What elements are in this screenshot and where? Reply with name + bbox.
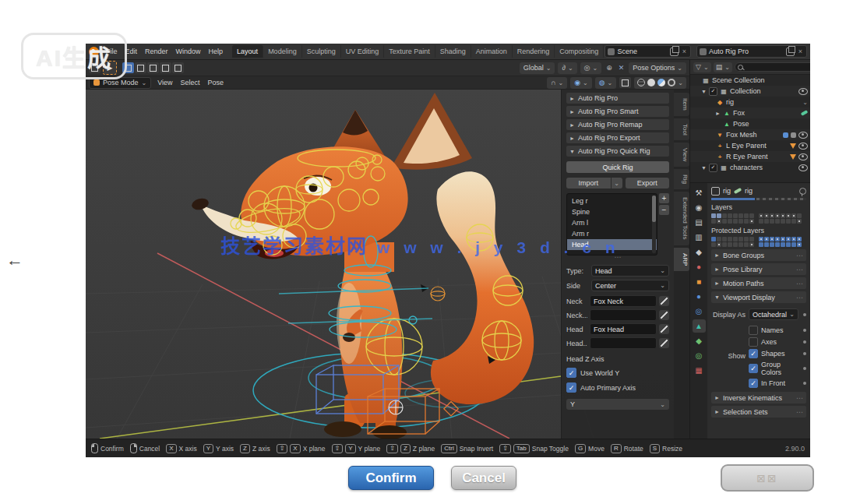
- row-icon-2[interactable]: [798, 153, 808, 160]
- checkbox-icon[interactable]: [566, 368, 576, 378]
- snap-dropdown[interactable]: ∂⌄: [558, 62, 576, 74]
- checkbox-icon[interactable]: [749, 364, 758, 373]
- checkbox-icon[interactable]: [566, 382, 576, 393]
- protected-grid-left[interactable]: [711, 237, 754, 247]
- gizmo-toggle-icon[interactable]: ⊕: [605, 64, 614, 72]
- outliner-row[interactable]: rig: [690, 97, 810, 107]
- magnet-snap-dropdown[interactable]: ∩⌄: [547, 77, 567, 89]
- eyedropper-icon[interactable]: [659, 338, 669, 348]
- pose-options-dropdown[interactable]: Pose Options ⌄: [629, 62, 686, 74]
- select-mode-extra[interactable]: [172, 62, 184, 73]
- properties-tab-icon[interactable]: ⚒: [693, 186, 706, 199]
- back-arrow[interactable]: ←: [6, 250, 23, 270]
- new-view-layer-icon[interactable]: [786, 48, 795, 56]
- workspace-tab[interactable]: UV Editing: [341, 45, 385, 58]
- animate-dot[interactable]: [803, 352, 806, 355]
- sidebar-tab[interactable]: Item: [674, 93, 689, 116]
- outliner-row[interactable]: R Eye Parent: [690, 151, 810, 162]
- bone-field-input[interactable]: [590, 337, 657, 349]
- transform-orientation-dropdown[interactable]: Global ⌄: [520, 62, 555, 74]
- limb-list-item[interactable]: Leg r: [567, 196, 657, 206]
- xray-toggle-icon[interactable]: [619, 77, 631, 88]
- checkbox-icon[interactable]: [749, 349, 758, 358]
- bone-field-input[interactable]: Fox Head: [590, 323, 657, 335]
- row-icon-3[interactable]: [798, 132, 808, 139]
- option-checkbox-row[interactable]: Use World Y: [566, 368, 669, 378]
- outliner-row[interactable]: ▼ ✓ Collection: [690, 86, 810, 97]
- select-mode-box[interactable]: [135, 62, 146, 73]
- checkbox-icon[interactable]: [749, 379, 758, 388]
- eyedropper-icon[interactable]: [659, 310, 669, 320]
- checkbox-icon[interactable]: [749, 326, 758, 335]
- sidebar-tab[interactable]: ARP: [674, 248, 689, 271]
- display-option-row[interactable]: In Front: [749, 379, 806, 388]
- outliner-row[interactable]: ► Fox: [690, 107, 810, 118]
- viewport-display-section[interactable]: ▼ Viewport Display ⋯: [711, 291, 806, 303]
- properties-tab-icon[interactable]: ▥: [693, 231, 706, 244]
- row-icon-1[interactable]: [790, 143, 796, 149]
- properties-tab-icon[interactable]: ◉: [693, 201, 706, 214]
- pivot-dropdown[interactable]: ◎⌄: [580, 62, 602, 74]
- shading-wireframe-icon[interactable]: [637, 79, 645, 86]
- properties-tab-icon[interactable]: ▦: [693, 364, 706, 377]
- scene-unlink-button[interactable]: ×: [681, 48, 688, 55]
- outliner-filter-dropdown[interactable]: ▽⌄: [693, 62, 711, 72]
- list-scrollbar[interactable]: [652, 196, 656, 253]
- row-icon-1[interactable]: [802, 99, 808, 106]
- outliner-row[interactable]: Pose: [690, 118, 810, 129]
- export-button[interactable]: Export: [626, 178, 670, 189]
- collection-checkbox[interactable]: ✓: [709, 87, 717, 96]
- workspace-tab[interactable]: Texture Paint: [384, 45, 435, 58]
- remove-limb-button[interactable]: −: [659, 205, 669, 215]
- properties-tab-icon[interactable]: ■: [693, 275, 706, 288]
- properties-section-collapsed[interactable]: ► Selection Sets ⋯: [711, 406, 806, 418]
- properties-tab-icon[interactable]: ●: [693, 260, 706, 273]
- shading-rendered-icon[interactable]: [668, 79, 675, 86]
- import-dropdown-icon[interactable]: ⌄: [612, 178, 622, 189]
- axis-dropdown[interactable]: Y ⌄: [566, 399, 669, 410]
- overlay-toggle-icon[interactable]: ✕: [617, 64, 626, 72]
- checkbox-icon[interactable]: [749, 337, 758, 347]
- section-menu-icon[interactable]: ⋯: [796, 252, 803, 259]
- outliner-search-input[interactable]: [735, 62, 810, 72]
- panel-section-quick-rig[interactable]: ▼ Auto Rig Pro Quick Rig: [566, 146, 669, 157]
- row-icon-1[interactable]: [783, 132, 788, 138]
- display-option-row[interactable]: Names: [749, 326, 806, 335]
- properties-tab-icon[interactable]: ●: [693, 290, 706, 303]
- section-menu-icon[interactable]: ⋯: [796, 280, 803, 287]
- properties-tab-icon[interactable]: ◆: [693, 245, 706, 259]
- display-option-row[interactable]: Axes: [749, 337, 806, 347]
- properties-tab-icon[interactable]: ◎: [693, 349, 706, 362]
- section-menu-icon[interactable]: ⋯: [796, 408, 803, 416]
- row-icon-1[interactable]: [798, 88, 808, 95]
- animate-dot[interactable]: [803, 382, 806, 385]
- type-dropdown[interactable]: Head ⌄: [591, 265, 669, 277]
- properties-tab-icon[interactable]: ◎: [693, 305, 706, 318]
- section-menu-icon[interactable]: ⋯: [796, 294, 803, 301]
- protected-grid-right[interactable]: [759, 237, 802, 247]
- menubar-menu[interactable]: Window: [172, 46, 205, 57]
- animate-dot[interactable]: [803, 313, 806, 316]
- sidebar-tab[interactable]: Rig: [674, 169, 689, 189]
- panel-section-collapsed[interactable]: ► Auto Rig Pro: [566, 93, 669, 104]
- quick-rig-button[interactable]: Quick Rig: [566, 161, 669, 173]
- option-checkbox-row[interactable]: Auto Primary Axis: [566, 382, 669, 393]
- select-mode-lasso[interactable]: [160, 62, 171, 73]
- breadcrumb-object[interactable]: rig: [723, 187, 731, 195]
- sidebar-tab[interactable]: Extended Tools: [674, 192, 689, 245]
- display-option-row[interactable]: Shapes: [749, 349, 806, 358]
- workspace-tab[interactable]: Compositing: [555, 45, 604, 58]
- expand-arrow-icon[interactable]: ▼: [701, 89, 707, 94]
- expand-arrow-icon[interactable]: ▼: [701, 165, 707, 171]
- select-mode-circle[interactable]: [147, 62, 159, 73]
- outliner-row[interactable]: L Eye Parent: [690, 140, 810, 151]
- collection-checkbox[interactable]: ✓: [709, 164, 717, 172]
- workspace-tab[interactable]: Layout: [232, 45, 263, 58]
- cancel-button[interactable]: Cancel: [451, 466, 516, 490]
- properties-section-collapsed[interactable]: ► Inverse Kinematics ⋯: [711, 392, 806, 404]
- row-icon-1[interactable]: [798, 164, 808, 171]
- row-icon-1[interactable]: [801, 110, 809, 116]
- workspace-tab[interactable]: Sculpting: [302, 45, 341, 58]
- outliner-row[interactable]: Scene Collection: [690, 75, 810, 86]
- viewport-menu[interactable]: Select: [177, 77, 204, 88]
